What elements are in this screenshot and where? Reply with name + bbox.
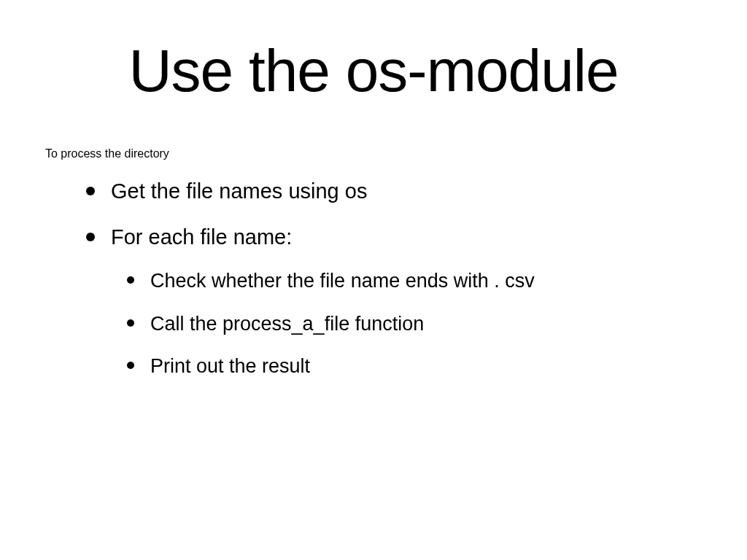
bullet-list-level-1: To process the directory Get the file na… — [45, 147, 703, 380]
bullet-text: Get the file names using os — [111, 176, 367, 206]
slide: Use the os-module To process the directo… — [0, 0, 747, 560]
bullet-icon — [127, 276, 134, 284]
bullet-icon — [86, 233, 95, 241]
list-item: Get the file names using os — [86, 176, 703, 206]
bullet-icon — [86, 187, 95, 195]
bullet-text: Print out the result — [150, 353, 310, 379]
bullet-text: To process the directory — [45, 147, 169, 160]
list-item: To process the directory Get the file na… — [45, 147, 703, 380]
list-item: Call the process_a_file function — [127, 311, 703, 337]
bullet-text: Call the process_a_file function — [150, 311, 424, 337]
bullet-icon — [127, 319, 134, 327]
bullet-text: Check whether the file name ends with . … — [150, 268, 535, 294]
slide-title: Use the os-module — [44, 36, 703, 105]
list-item: Check whether the file name ends with . … — [127, 268, 703, 294]
bullet-text: For each file name: — [111, 222, 292, 252]
bullet-list-level-2: Get the file names using os For each fil… — [86, 176, 703, 380]
list-item: Print out the result — [127, 353, 703, 379]
bullet-icon — [127, 362, 134, 369]
list-item: For each file name: Check whether the fi… — [86, 222, 703, 380]
bullet-list-level-3: Check whether the file name ends with . … — [127, 268, 703, 379]
